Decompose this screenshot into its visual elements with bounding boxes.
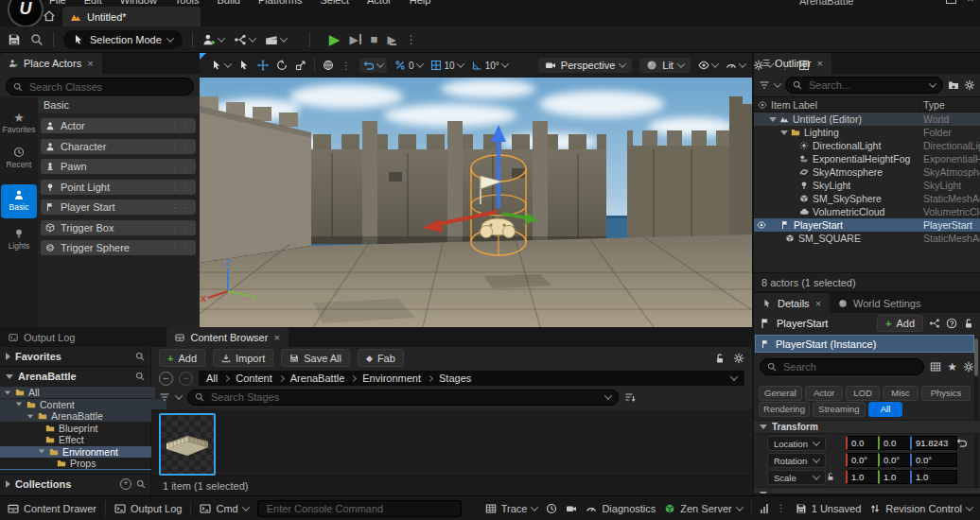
drag-handle-icon[interactable]: ⋮⋮ — [170, 121, 191, 131]
menu-window[interactable]: Window — [120, 0, 157, 6]
blueprint-icon[interactable] — [929, 318, 940, 329]
place-actors-tab[interactable]: Place Actors × — [0, 53, 102, 74]
viewport[interactable]: ⋮ 0 10 10° Perspective Lit ⋮ — [200, 53, 752, 327]
home-icon[interactable] — [43, 9, 56, 23]
breadcrumb-all[interactable]: All — [206, 373, 218, 384]
world-settings-tab[interactable]: World Settings — [830, 293, 929, 313]
rotation-x-field[interactable]: 0.0° — [846, 453, 881, 467]
breadcrumb-arenabattle[interactable]: ArenaBattle — [290, 373, 344, 384]
sort-icon[interactable] — [624, 391, 636, 403]
menu-build[interactable]: Build — [218, 0, 240, 6]
world-space-icon[interactable] — [323, 60, 334, 71]
menu-platforms[interactable]: Platforms — [258, 0, 302, 6]
maximize-button[interactable] — [946, 0, 956, 4]
menu-file[interactable]: File — [49, 0, 66, 6]
place-item-trigger-sphere[interactable]: Trigger Sphere⋮⋮ — [41, 240, 196, 255]
place-item-point-light[interactable]: Point Light⋮⋮ — [41, 180, 196, 195]
diagnostics-button[interactable]: Diagnostics — [586, 503, 656, 514]
drag-handle-icon[interactable]: ⋮⋮ — [170, 182, 191, 192]
ue-logo[interactable]: U — [8, 0, 44, 26]
chip-all[interactable]: All — [868, 402, 902, 417]
next-section-header[interactable] — [754, 487, 980, 494]
camera-speed-dropdown[interactable] — [726, 60, 745, 71]
fab-button[interactable]: ◆ Fab — [358, 349, 404, 367]
details-scrollbar[interactable] — [974, 338, 978, 490]
cinematics-dropdown[interactable] — [265, 33, 287, 46]
menu-actor[interactable]: Actor — [367, 0, 392, 6]
asset-thumbnail-selected[interactable] — [159, 413, 216, 476]
place-item-trigger-box[interactable]: Trigger Box⋮⋮ — [41, 220, 196, 235]
breadcrumb-content[interactable]: Content — [236, 373, 272, 384]
outliner-settings-icon[interactable] — [964, 79, 975, 91]
rotate-tool-icon[interactable] — [276, 60, 288, 71]
place-item-player-start[interactable]: Player Start⋮⋮ — [41, 199, 196, 215]
outliner-row-skylight[interactable]: SkyLightSkyLight — [754, 179, 980, 192]
save-icon[interactable] — [8, 33, 21, 46]
search-classes-input[interactable] — [27, 80, 186, 94]
search-classes-field[interactable] — [6, 78, 194, 95]
menu-help[interactable]: Help — [410, 0, 431, 6]
insights-icon[interactable] — [546, 503, 557, 514]
play-options-dots-icon[interactable]: ⋮ — [406, 33, 418, 46]
content-drawer-button[interactable]: Content Drawer — [8, 503, 96, 514]
asset-search-input[interactable] — [209, 390, 601, 404]
details-settings-icon[interactable] — [963, 361, 974, 373]
drag-handle-icon[interactable]: ⋮⋮ — [170, 162, 191, 172]
filter-icon[interactable] — [159, 391, 170, 403]
browse-content-icon[interactable] — [30, 33, 44, 46]
drag-handle-icon[interactable]: ⋮⋮ — [170, 243, 191, 253]
menu-select[interactable]: Select — [320, 0, 349, 6]
add-button[interactable]: + Add — [159, 349, 205, 367]
viewport-mode-dropdown[interactable] — [211, 60, 231, 71]
revision-control-dropdown[interactable]: Revision Control — [869, 503, 972, 514]
help-icon[interactable] — [946, 318, 957, 329]
new-folder-icon[interactable] — [948, 79, 959, 91]
performance-bars-icon[interactable] — [761, 504, 768, 513]
outliner-row-skyatmosphere[interactable]: SkyAtmosphereSkyAtmosphere — [754, 165, 980, 179]
transform-dots-icon[interactable]: ⋮ — [341, 61, 352, 71]
close-icon[interactable]: × — [87, 59, 93, 68]
viewport-dots-icon[interactable]: ⋮ — [780, 61, 791, 71]
chip-general[interactable]: General — [759, 386, 802, 401]
outliner-row-smsquare[interactable]: SM_SQUAREStaticMeshActor — [754, 232, 980, 245]
selection-mode-dropdown[interactable]: Selection Mode — [63, 30, 183, 49]
rotation-snap-control[interactable]: 10° — [471, 60, 508, 71]
location-x-field[interactable]: 0.0 — [846, 436, 881, 450]
scale-z-field[interactable]: 1.0 — [910, 470, 957, 484]
location-dropdown[interactable]: Location — [767, 436, 826, 451]
add-actor-dropdown[interactable] — [202, 33, 224, 46]
transform-section-header[interactable]: Transform — [754, 420, 980, 434]
forward-icon[interactable]: → — [179, 372, 193, 386]
rotation-z-field[interactable]: 0.0° — [910, 453, 957, 467]
display-mode-icon[interactable] — [930, 361, 941, 373]
zen-server-dropdown[interactable]: Zen Server — [664, 503, 742, 514]
menu-tools[interactable]: Tools — [175, 0, 200, 6]
search-icon[interactable] — [135, 372, 145, 381]
instance-row[interactable]: PlayerStart (Instance) — [755, 335, 974, 353]
back-icon[interactable]: ← — [159, 372, 173, 386]
scale-tool-icon[interactable] — [295, 60, 306, 71]
search-icon[interactable] — [135, 352, 145, 361]
blueprints-dropdown[interactable] — [234, 33, 255, 46]
chip-actor[interactable]: Actor — [805, 386, 843, 401]
asset-search-field[interactable] — [187, 390, 619, 406]
save-all-button[interactable]: Save All — [281, 349, 350, 367]
outliner-search-input[interactable] — [807, 78, 925, 92]
breadcrumb-environment[interactable]: Environment — [362, 373, 421, 384]
rail-item-basic[interactable]: Basic — [1, 184, 37, 218]
location-y-field[interactable]: 0.0 — [878, 436, 913, 450]
output-log-button[interactable]: Output Log — [114, 503, 182, 514]
details-search-field[interactable] — [760, 358, 924, 375]
import-button[interactable]: Import — [213, 349, 273, 367]
outliner-row-untitled[interactable]: Untitled (Editor)World — [754, 113, 980, 126]
maximize-viewport-icon[interactable] — [798, 60, 810, 71]
viewport-settings-dropdown[interactable] — [753, 60, 773, 71]
scale-x-field[interactable]: 1.0 — [846, 470, 881, 484]
details-search-input[interactable] — [781, 360, 917, 373]
project-section-header[interactable]: ArenaBattle — [0, 367, 150, 386]
lock-icon[interactable] — [963, 318, 974, 329]
chip-rendering[interactable]: Rendering — [759, 402, 810, 417]
unsaved-button[interactable]: 1 Unsaved — [796, 503, 862, 514]
type-column-header[interactable]: Type — [919, 99, 980, 111]
chip-misc[interactable]: Misc — [883, 386, 919, 401]
